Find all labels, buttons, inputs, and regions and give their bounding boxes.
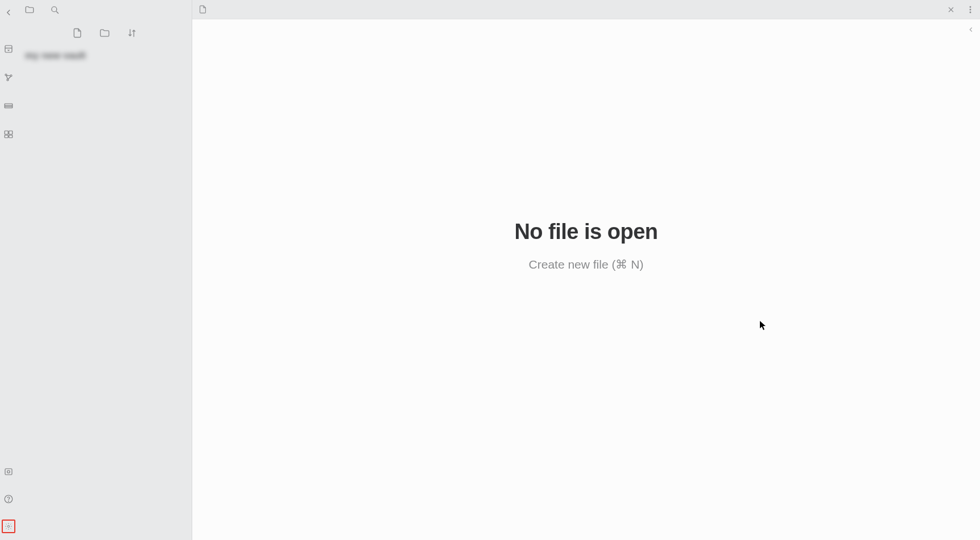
- main-tabbar: [192, 0, 980, 19]
- empty-state-title: No file is open: [514, 220, 658, 244]
- close-tab-icon[interactable]: [941, 0, 961, 19]
- settings-icon[interactable]: [2, 520, 15, 533]
- svg-point-20: [52, 7, 57, 12]
- svg-rect-11: [5, 131, 8, 134]
- empty-state: No file is open Create new file (⌘ N): [192, 19, 980, 540]
- svg-rect-8: [5, 104, 13, 108]
- svg-rect-14: [9, 135, 13, 138]
- svg-rect-15: [5, 469, 12, 475]
- svg-point-24: [970, 6, 971, 7]
- svg-point-19: [7, 525, 10, 527]
- svg-point-26: [970, 11, 971, 13]
- more-options-icon[interactable]: [961, 0, 980, 19]
- command-palette-icon[interactable]: [2, 127, 15, 141]
- svg-point-18: [9, 501, 9, 501]
- open-vault-icon[interactable]: [2, 465, 15, 479]
- collapse-left-icon[interactable]: [2, 6, 15, 19]
- svg-rect-0: [5, 46, 12, 52]
- new-note-icon[interactable]: [72, 27, 83, 39]
- svg-point-16: [7, 471, 10, 473]
- sidebar-tab-files[interactable]: [17, 0, 42, 19]
- collapse-right-icon[interactable]: [965, 24, 977, 35]
- main-area: No file is open Create new file (⌘ N): [192, 0, 980, 540]
- sidebar-tabs: [17, 0, 192, 19]
- vault-root-item[interactable]: my new vault: [17, 47, 192, 65]
- help-icon[interactable]: [2, 492, 15, 506]
- canvas-icon[interactable]: [2, 99, 15, 113]
- svg-rect-13: [5, 135, 8, 138]
- svg-line-21: [56, 11, 59, 14]
- svg-line-6: [6, 76, 7, 79]
- svg-point-25: [970, 9, 971, 10]
- left-rail: [0, 0, 17, 540]
- svg-rect-12: [9, 131, 13, 134]
- new-tab-icon[interactable]: [192, 0, 213, 19]
- svg-point-3: [10, 75, 12, 77]
- new-folder-icon[interactable]: [99, 27, 110, 39]
- svg-line-7: [8, 77, 11, 80]
- sidebar: my new vault: [17, 0, 192, 540]
- sidebar-toolbar: [17, 19, 192, 47]
- sort-icon[interactable]: [126, 27, 138, 39]
- svg-point-2: [5, 74, 7, 76]
- sidebar-tab-search[interactable]: [42, 0, 67, 19]
- svg-point-4: [7, 79, 9, 81]
- create-new-file-link[interactable]: Create new file (⌘ N): [529, 258, 644, 271]
- graph-view-icon[interactable]: [2, 71, 15, 84]
- vault-switcher-icon[interactable]: [2, 42, 15, 56]
